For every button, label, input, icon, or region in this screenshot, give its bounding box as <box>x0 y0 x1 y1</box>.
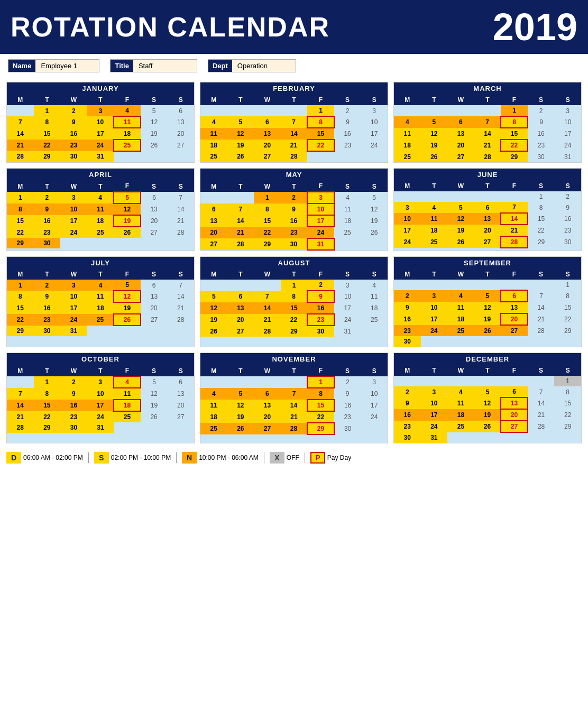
table-cell: 26 <box>141 140 168 151</box>
april-header: APRIL <box>7 169 194 181</box>
legend-d: D 06:00 AM - 02:00 PM <box>6 452 83 464</box>
table-cell: 30 <box>60 151 87 162</box>
january-calendar: JANUARY M T W T F S S 1 2 3 4 5 6 7 <box>6 82 195 163</box>
legend-d-text: 06:00 AM - 02:00 PM <box>23 454 83 461</box>
may-table: MTWTFSS 1 2 3 4 5 6 7 8 9 10 11 12 1 <box>200 181 388 251</box>
legend-x: X OFF <box>270 452 299 464</box>
table-cell: 8 <box>34 116 61 128</box>
legend-sep-1 <box>88 452 89 463</box>
table-cell: 12 <box>141 116 168 128</box>
january-header: JANUARY <box>7 82 194 95</box>
table-cell: 17 <box>87 128 114 140</box>
legend-x-badge: X <box>270 452 284 464</box>
col-s2: S <box>167 95 194 105</box>
table-cell: 24 <box>87 140 114 151</box>
june-table: MTWTFSS 1 2 3 4 5 6 7 8 9 10 <box>394 181 581 248</box>
col-w: W <box>60 95 87 105</box>
december-table: MTWTFSS 1 2 3 4 5 6 7 8 9 <box>394 365 581 443</box>
may-header: MAY <box>200 169 388 181</box>
table-cell: 10 <box>87 116 114 128</box>
legend-p: P Pay Day <box>310 452 351 464</box>
col-t: T <box>34 95 61 105</box>
april-table: MTWTFSS 1 2 3 4 5 6 7 8 9 10 11 12 13 14 <box>7 181 194 248</box>
table-cell: 1 <box>34 105 61 116</box>
legend-n-badge: N <box>182 452 197 464</box>
table-cell: 21 <box>7 140 34 151</box>
table-cell: 2 <box>60 105 87 116</box>
page-title: ROTATION CALENDAR <box>11 11 330 43</box>
table-cell: 31 <box>87 151 114 162</box>
october-calendar: OCTOBER MTWTFSS 1 2 3 4 5 6 7 8 9 10 11 … <box>6 353 195 443</box>
august-header: AUGUST <box>200 257 388 269</box>
table-cell: 6 <box>167 105 194 116</box>
col-m: M <box>7 95 34 105</box>
november-table: MTWTFSS 1 2 3 4 5 6 7 8 9 10 11 <box>200 365 388 435</box>
legend-s: S 02:00 PM - 10:00 PM <box>94 452 171 464</box>
legend-p-badge: P <box>310 452 325 464</box>
dept-label: Dept <box>208 60 232 72</box>
legend-p-text: Pay Day <box>327 454 351 461</box>
legend-d-badge: D <box>6 452 21 464</box>
legend-row: D 06:00 AM - 02:00 PM S 02:00 PM - 10:00… <box>0 448 588 468</box>
legend-sep-4 <box>305 452 305 463</box>
title-value[interactable]: Staff <box>133 60 197 72</box>
table-cell: 15 <box>34 128 61 140</box>
table-cell: 9 <box>60 116 87 128</box>
march-table: MTWTFSS 1 2 3 4 5 6 7 8 9 10 11 <box>394 95 581 162</box>
table-cell: 11 <box>114 116 141 128</box>
july-header: JULY <box>7 257 194 269</box>
june-header: JUNE <box>394 169 581 181</box>
dept-field: Dept Operation <box>208 59 296 72</box>
table-cell: 3 <box>87 105 114 116</box>
table-cell: 19 <box>141 128 168 140</box>
col-t2: T <box>87 95 114 105</box>
info-row: Name Employee 1 Title Staff Dept Operati… <box>0 54 588 78</box>
table-cell: 29 <box>34 151 61 162</box>
title-label: Title <box>111 60 133 72</box>
legend-sep-3 <box>264 452 264 463</box>
table-cell <box>7 105 34 116</box>
december-calendar: DECEMBER MTWTFSS 1 2 3 4 5 6 7 8 <box>393 353 582 443</box>
year-label: 2019 <box>493 5 577 49</box>
name-label: Name <box>8 60 35 72</box>
legend-n: N 10:00 PM - 06:00 AM <box>182 452 259 464</box>
table-cell: 23 <box>60 140 87 151</box>
table-cell: 16 <box>60 128 87 140</box>
july-table: MTWTFSS 1 2 3 4 5 6 7 8 9 10 11 12 13 14 <box>7 269 194 336</box>
february-table: MTWTFSS 1 2 3 4 5 6 7 8 9 10 11 <box>200 95 388 162</box>
may-calendar: MAY MTWTFSS 1 2 3 4 5 6 7 8 9 10 11 12 <box>200 168 388 251</box>
august-calendar: AUGUST MTWTFSS 1 2 3 4 5 6 7 8 9 10 1 <box>200 256 388 347</box>
december-header: DECEMBER <box>394 353 581 365</box>
table-cell <box>167 151 194 162</box>
legend-n-text: 10:00 PM - 06:00 AM <box>199 454 259 461</box>
dept-value[interactable]: Operation <box>232 60 296 72</box>
table-cell: 4 <box>114 105 141 116</box>
june-calendar: JUNE MTWTFSS 1 2 3 4 5 6 7 8 9 <box>393 168 582 251</box>
table-cell: 20 <box>167 128 194 140</box>
page-header: ROTATION CALENDAR 2019 <box>0 0 588 54</box>
legend-s-badge: S <box>94 452 109 464</box>
table-cell: 7 <box>7 116 34 128</box>
table-cell: 5 <box>141 105 168 116</box>
november-calendar: NOVEMBER MTWTFSS 1 2 3 4 5 6 7 8 9 1 <box>200 353 388 443</box>
table-cell: 28 <box>7 151 34 162</box>
march-header: MARCH <box>394 82 581 95</box>
title-field: Title Staff <box>110 59 197 72</box>
legend-x-text: OFF <box>287 454 299 461</box>
september-header: SEPTEMBER <box>394 257 581 269</box>
table-cell: 18 <box>114 128 141 140</box>
table-cell: 22 <box>34 140 61 151</box>
legend-sep-2 <box>176 452 177 463</box>
february-header: FEBRUARY <box>200 82 388 95</box>
legend-s-text: 02:00 PM - 10:00 PM <box>111 454 171 461</box>
october-header: OCTOBER <box>7 353 194 365</box>
table-cell <box>114 151 141 162</box>
march-calendar: MARCH MTWTFSS 1 2 3 4 5 6 7 8 9 10 <box>393 82 582 163</box>
calendars-grid: JANUARY M T W T F S S 1 2 3 4 5 6 7 <box>0 78 588 448</box>
col-f: F <box>114 95 141 105</box>
table-cell <box>141 151 168 162</box>
september-table: MTWTFSS 1 2 3 4 5 6 7 8 9 <box>394 269 581 347</box>
name-value[interactable]: Employee 1 <box>35 60 99 72</box>
january-table: M T W T F S S 1 2 3 4 5 6 7 8 9 10 <box>7 95 194 162</box>
table-cell: 25 <box>114 140 141 151</box>
